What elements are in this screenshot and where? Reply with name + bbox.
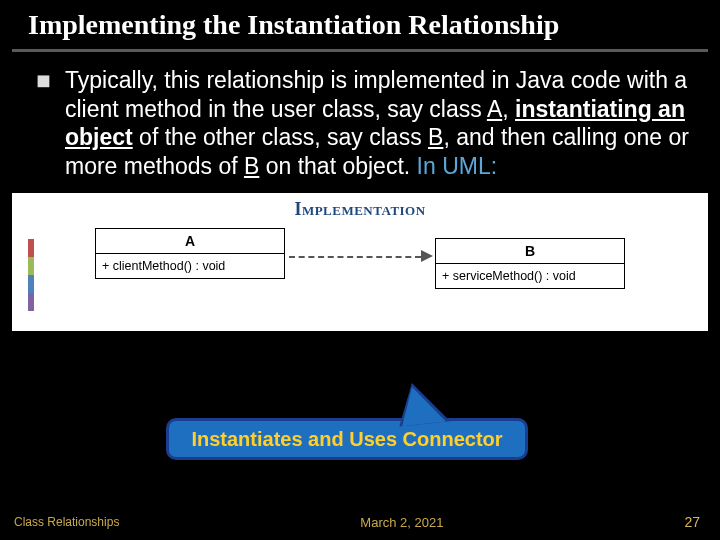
callout-tail bbox=[398, 384, 446, 426]
footer: Class Relationships March 2, 2021 27 bbox=[14, 514, 706, 530]
uml-diagram: Implementation A + clientMethod() : void… bbox=[12, 193, 708, 331]
uml-connector bbox=[285, 228, 435, 284]
uml-class-a-name: A bbox=[96, 229, 284, 254]
class-a-ref: A bbox=[487, 96, 502, 122]
text-frag: of the other class, say class bbox=[133, 124, 428, 150]
arrow-head-icon bbox=[421, 250, 433, 262]
uml-class-a: A + clientMethod() : void bbox=[95, 228, 285, 279]
footer-date: March 2, 2021 bbox=[360, 515, 443, 530]
footer-left: Class Relationships bbox=[14, 515, 119, 529]
uml-row: A + clientMethod() : void B + serviceMet… bbox=[22, 228, 698, 289]
uml-class-b-name: B bbox=[436, 239, 624, 264]
text-frag: , bbox=[502, 96, 515, 122]
slide-title: Implementing the Instantiation Relations… bbox=[0, 0, 720, 47]
body-area: ◼ Typically, this relationship is implem… bbox=[0, 52, 720, 181]
uml-class-b: B + serviceMethod() : void bbox=[435, 238, 625, 289]
text-frag: on that object. bbox=[259, 153, 416, 179]
bullet-text: Typically, this relationship is implemen… bbox=[65, 66, 690, 181]
callout-text: Instantiates and Uses Connector bbox=[191, 428, 502, 451]
uml-class-a-method: + clientMethod() : void bbox=[96, 254, 284, 278]
uml-label: In UML: bbox=[417, 153, 498, 179]
bullet-item: ◼ Typically, this relationship is implem… bbox=[36, 66, 690, 181]
class-b-ref: B bbox=[244, 153, 259, 179]
slide: Implementing the Instantiation Relations… bbox=[0, 0, 720, 540]
diagram-heading: Implementation bbox=[22, 199, 698, 220]
page-number: 27 bbox=[684, 514, 706, 530]
callout-box: Instantiates and Uses Connector bbox=[166, 418, 528, 460]
bullet-marker: ◼ bbox=[36, 66, 51, 181]
class-b-ref: B bbox=[428, 124, 443, 150]
dashed-arrow-line bbox=[289, 256, 421, 258]
uml-class-b-method: + serviceMethod() : void bbox=[436, 264, 624, 288]
